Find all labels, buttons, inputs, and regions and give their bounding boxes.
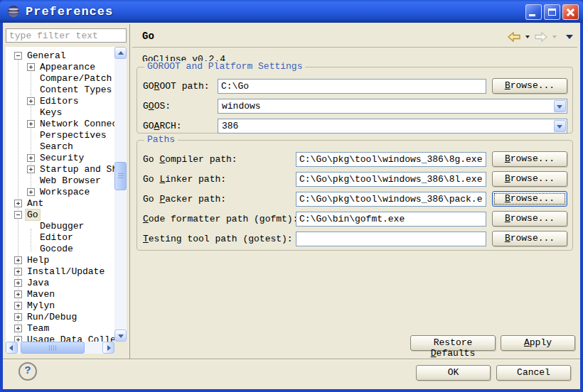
tree-indent bbox=[27, 143, 35, 151]
tree-item-label: Editors bbox=[38, 96, 80, 107]
tree-item-maven[interactable]: Maven bbox=[6, 288, 114, 300]
tree-item-startup-and-shu[interactable]: Startup and Shu bbox=[6, 163, 114, 175]
tree-vertical-scrollbar[interactable] bbox=[114, 47, 127, 342]
page-header: Go bbox=[132, 26, 577, 48]
tree-item-keys[interactable]: Keys bbox=[6, 107, 114, 118]
tree-item-label: Debugger bbox=[38, 221, 85, 232]
tree-item-workspace[interactable]: Workspace bbox=[6, 186, 114, 197]
view-menu-icon[interactable] bbox=[566, 35, 573, 39]
tree-item-label: Java bbox=[26, 278, 50, 288]
tree-item-mylyn[interactable]: Mylyn bbox=[6, 300, 114, 311]
tree-item-security[interactable]: Security bbox=[6, 152, 114, 163]
tree-item-run-debug[interactable]: Run/Debug bbox=[6, 311, 114, 322]
tree-indent bbox=[27, 222, 35, 230]
scrollbar-corner bbox=[114, 342, 127, 354]
back-history-dropdown[interactable] bbox=[525, 36, 530, 38]
compiler-browse-button[interactable]: Browse... bbox=[492, 151, 567, 167]
goos-combo[interactable]: windows bbox=[218, 99, 567, 114]
combo-dropdown-icon[interactable] bbox=[554, 120, 566, 132]
tree-indent bbox=[27, 109, 35, 116]
goroot-browse-button[interactable]: Browse... bbox=[492, 78, 567, 94]
tree-horizontal-scrollbar[interactable] bbox=[6, 342, 114, 354]
tree-item-editors[interactable]: Editors bbox=[6, 95, 114, 107]
help-button[interactable]: ? bbox=[18, 362, 37, 381]
packer-path-input[interactable] bbox=[296, 192, 486, 207]
expand-icon[interactable] bbox=[27, 63, 35, 71]
tree-item-ant[interactable]: Ant bbox=[6, 197, 114, 209]
tree-indent bbox=[27, 234, 35, 241]
tree-item-help[interactable]: Help bbox=[6, 254, 114, 266]
packer-browse-button[interactable]: Browse... bbox=[492, 191, 567, 207]
tree-item-debugger[interactable]: Debugger bbox=[6, 220, 114, 232]
scroll-down-button[interactable] bbox=[114, 330, 127, 342]
expand-icon[interactable] bbox=[14, 200, 22, 207]
tree-item-editor[interactable]: Editor bbox=[6, 232, 114, 243]
preferences-tree[interactable]: GeneralAppearanceCompare/PatchContent Ty… bbox=[6, 47, 127, 354]
tree-item-gocode[interactable]: Gocode bbox=[6, 243, 114, 254]
tree-item-java[interactable]: Java bbox=[6, 277, 114, 288]
expand-icon[interactable] bbox=[27, 154, 35, 162]
maximize-button[interactable] bbox=[544, 4, 560, 20]
expand-icon[interactable] bbox=[14, 302, 22, 310]
tree-item-appearance[interactable]: Appearance bbox=[6, 61, 114, 72]
formatter-path-label: Code formatter path (gofmt): bbox=[143, 214, 298, 224]
collapse-icon[interactable] bbox=[14, 211, 22, 219]
tree-rows: GeneralAppearanceCompare/PatchContent Ty… bbox=[6, 50, 114, 345]
restore-defaults-button[interactable]: Restore Defaults bbox=[410, 335, 496, 351]
expand-icon[interactable] bbox=[27, 97, 35, 105]
packer-path-label: Go Packer path: bbox=[143, 194, 226, 205]
goos-selected-value: windows bbox=[222, 101, 261, 111]
panel-divider[interactable] bbox=[129, 24, 130, 359]
tree-item-go[interactable]: Go bbox=[6, 209, 114, 220]
back-arrow-icon[interactable] bbox=[506, 31, 522, 43]
vertical-scroll-thumb[interactable] bbox=[114, 162, 127, 190]
filter-input[interactable] bbox=[6, 28, 127, 43]
tree-item-team[interactable]: Team bbox=[6, 322, 114, 334]
cancel-button[interactable]: Cancel bbox=[496, 365, 571, 381]
tree-item-content-types[interactable]: Content Types bbox=[6, 84, 114, 95]
tree-item-general[interactable]: General bbox=[6, 50, 114, 61]
horizontal-scroll-thumb[interactable] bbox=[21, 342, 85, 354]
forward-arrow-icon[interactable] bbox=[533, 31, 549, 43]
testing-path-input[interactable] bbox=[296, 232, 486, 246]
expand-icon[interactable] bbox=[27, 120, 35, 128]
tree-item-web-browser[interactable]: Web Browser bbox=[6, 175, 114, 186]
tree-item-label: Ant bbox=[26, 198, 45, 209]
expand-icon[interactable] bbox=[14, 256, 22, 264]
expand-icon[interactable] bbox=[27, 165, 35, 173]
tree-item-perspectives[interactable]: Perspectives bbox=[6, 129, 114, 141]
tree-item-network-connect[interactable]: Network Connect bbox=[6, 118, 114, 129]
expand-icon[interactable] bbox=[14, 279, 22, 287]
expand-icon[interactable] bbox=[14, 290, 22, 298]
formatter-path-input[interactable] bbox=[296, 212, 486, 227]
expand-icon[interactable] bbox=[14, 325, 22, 332]
linker-path-input[interactable] bbox=[296, 172, 486, 187]
tree-item-install-update[interactable]: Install/Update bbox=[6, 266, 114, 277]
combo-dropdown-icon[interactable] bbox=[554, 100, 566, 112]
expand-icon[interactable] bbox=[27, 188, 35, 196]
minimize-button[interactable] bbox=[525, 4, 542, 20]
expand-icon[interactable] bbox=[14, 313, 22, 321]
expand-icon[interactable] bbox=[14, 268, 22, 276]
testing-browse-button[interactable]: Browse... bbox=[492, 231, 567, 246]
scroll-right-button[interactable] bbox=[102, 342, 114, 354]
formatter-browse-button[interactable]: Browse... bbox=[492, 211, 567, 227]
linker-browse-button[interactable]: Browse... bbox=[492, 171, 567, 187]
scroll-up-button[interactable] bbox=[114, 47, 127, 59]
ok-button[interactable]: OK bbox=[416, 365, 491, 381]
tree-item-label: Team bbox=[26, 323, 50, 334]
scroll-left-button[interactable] bbox=[6, 342, 18, 354]
collapse-icon[interactable] bbox=[14, 52, 22, 60]
apply-button[interactable]: Apply bbox=[501, 335, 575, 351]
goarch-combo[interactable]: 386 bbox=[218, 119, 567, 134]
tree-item-search[interactable]: Search bbox=[6, 141, 114, 152]
goroot-settings-group: GOROOT and Platform Settings GOROOT path… bbox=[137, 67, 573, 134]
forward-history-dropdown[interactable] bbox=[552, 36, 557, 38]
tree-item-label: Workspace bbox=[38, 187, 91, 197]
preference-page-panel: Go GoClipse v0.2.4 GOROOT and Platform S… bbox=[132, 26, 577, 359]
tree-item-compare-patch[interactable]: Compare/Patch bbox=[6, 72, 114, 84]
close-button[interactable] bbox=[562, 4, 579, 20]
compiler-path-input[interactable] bbox=[296, 152, 486, 167]
tree-item-label: Web Browser bbox=[38, 175, 102, 186]
goroot-path-input[interactable] bbox=[218, 79, 486, 94]
